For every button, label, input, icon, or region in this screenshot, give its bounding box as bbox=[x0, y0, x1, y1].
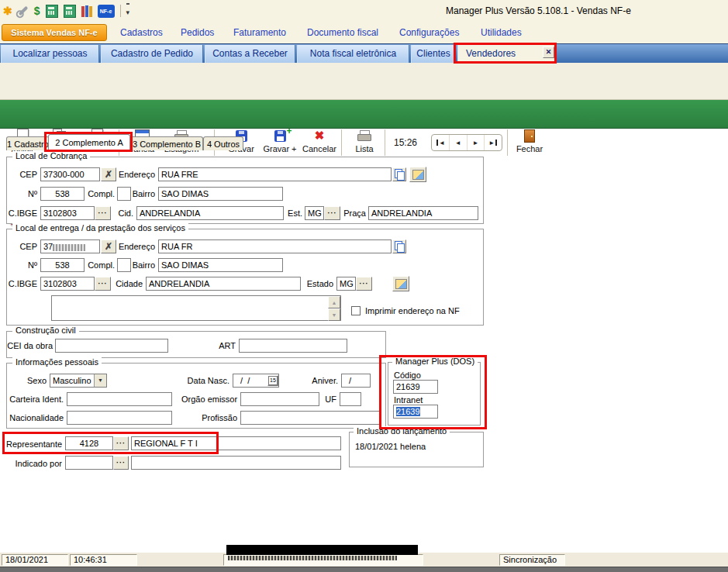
cidade-field[interactable]: ANDRELANDIA bbox=[136, 206, 284, 220]
scroll-down-icon[interactable]: ▼ bbox=[328, 308, 340, 321]
close-tab-icon[interactable]: ✕ bbox=[543, 47, 554, 58]
address-observation-textarea[interactable] bbox=[51, 295, 341, 321]
books-icon[interactable] bbox=[81, 4, 92, 18]
menu-documento-fiscal[interactable]: Documento fiscal bbox=[307, 27, 378, 38]
estado-field[interactable]: MG bbox=[336, 277, 356, 291]
complemento-field[interactable] bbox=[117, 258, 131, 272]
complemento-field[interactable] bbox=[117, 187, 131, 201]
dollar-icon[interactable]: $ bbox=[34, 4, 40, 18]
tab-clientes[interactable]: Clientes bbox=[411, 45, 456, 63]
complemento-label: Compl. bbox=[78, 188, 115, 200]
estado-lookup-button[interactable]: ··· bbox=[324, 206, 340, 220]
estado-lookup-button[interactable]: ··· bbox=[356, 277, 372, 291]
imprimir-endereco-checkbox[interactable] bbox=[351, 306, 361, 315]
carteira-ident-field[interactable] bbox=[67, 392, 172, 406]
cep-label: CEP bbox=[6, 168, 37, 181]
chevron-down-icon[interactable]: ▼ bbox=[94, 374, 106, 387]
map-picture-button[interactable] bbox=[409, 167, 426, 182]
map-picture-button[interactable] bbox=[392, 276, 409, 291]
cep-field[interactable]: 37 bbox=[40, 239, 100, 253]
cep-lookup-button[interactable]: ✗ bbox=[101, 167, 116, 181]
window-title: Manager Plus Versão 5.108.1 - Vendas NF-… bbox=[446, 5, 631, 16]
cidade-field[interactable]: ANDRELANDIA bbox=[146, 277, 301, 291]
nav-prev-button[interactable]: ◄ bbox=[450, 135, 468, 150]
nav-first-button[interactable]: ◄ bbox=[432, 135, 450, 150]
tab-vendedores[interactable]: Vendedores bbox=[457, 45, 557, 63]
menu-faturamento[interactable]: Faturamento bbox=[233, 27, 286, 38]
copy-address-button[interactable] bbox=[392, 239, 406, 253]
redacted-company-text bbox=[228, 556, 397, 560]
cibge-lookup-button[interactable]: ··· bbox=[95, 206, 111, 220]
record-navigator: ◄ ◄ ► ► bbox=[431, 134, 502, 151]
cancel-x-icon: ✖ bbox=[315, 128, 325, 143]
nacionalidade-field[interactable] bbox=[67, 411, 172, 425]
uf-field[interactable] bbox=[340, 392, 361, 406]
toolbar-separator bbox=[385, 129, 388, 156]
aniver-field[interactable]: / bbox=[341, 374, 371, 388]
copy-address-button[interactable] bbox=[392, 167, 406, 181]
orgao-emissor-field[interactable] bbox=[240, 392, 319, 406]
indicado-codigo-field[interactable] bbox=[65, 456, 113, 470]
cep-lookup-button[interactable]: ✗ bbox=[101, 239, 116, 253]
menu-utilidades[interactable]: Utilidades bbox=[481, 27, 522, 38]
nav-next-button[interactable]: ► bbox=[468, 135, 485, 150]
form-tab-complemento-b[interactable]: 3 Complemento B bbox=[130, 136, 203, 150]
fechar-button[interactable]: Fechar bbox=[512, 128, 547, 159]
praca-field[interactable]: ANDRELANDIA bbox=[368, 206, 478, 220]
cibge-field[interactable]: 3102803 bbox=[40, 277, 95, 291]
cei-da-obra-field[interactable] bbox=[55, 339, 168, 353]
endereco-field[interactable]: RUA FR bbox=[158, 239, 392, 253]
sexo-select[interactable]: Masculino▼ bbox=[50, 374, 107, 388]
endereco-field[interactable]: RUA FRE bbox=[158, 167, 392, 181]
representante-nome-field[interactable]: REGIONAL F T I bbox=[131, 436, 341, 450]
art-field[interactable] bbox=[239, 339, 347, 353]
lista-button[interactable]: Lista bbox=[347, 128, 381, 159]
intranet-field[interactable]: 21639 bbox=[393, 405, 438, 419]
indicado-nome-field[interactable] bbox=[131, 456, 341, 470]
cibge-field[interactable]: 3102803 bbox=[40, 206, 95, 220]
bairro-field[interactable]: SAO DIMAS bbox=[158, 187, 283, 201]
form-tab-cadastro[interactable]: 1 Cadastro bbox=[6, 136, 50, 150]
lista-label: Lista bbox=[355, 144, 373, 153]
representante-lookup-button[interactable]: ··· bbox=[113, 436, 129, 450]
indicado-lookup-button[interactable]: ··· bbox=[113, 456, 129, 470]
cep-lookup-icon: ✗ bbox=[105, 169, 112, 180]
tab-nota-fiscal-eletronica[interactable]: Nota fiscal eletrônica bbox=[297, 45, 409, 63]
sexo-label: Sexo bbox=[19, 374, 47, 387]
form-tab-outros[interactable]: 4 Outros bbox=[203, 136, 243, 150]
calendar-button[interactable]: 15 bbox=[267, 375, 278, 386]
aniver-label: Aniver. bbox=[309, 374, 338, 387]
wrench-icon[interactable] bbox=[18, 4, 29, 18]
system-menu-button[interactable]: Sistema Vendas NF-e bbox=[2, 24, 107, 41]
profissao-field[interactable] bbox=[240, 411, 380, 425]
cep-field[interactable]: 37300-000 bbox=[40, 167, 100, 181]
gravar-mais-button[interactable]: + Gravar + bbox=[260, 128, 299, 159]
praca-label: Praça bbox=[340, 207, 366, 219]
calculator2-icon[interactable] bbox=[64, 4, 76, 18]
representante-codigo-field[interactable]: 4128 bbox=[65, 436, 113, 450]
menu-pedidos[interactable]: Pedidos bbox=[181, 27, 214, 38]
menu-cadastros[interactable]: Cadastros bbox=[120, 27, 163, 38]
tab-cadastro-de-pedido[interactable]: Cadastro de Pedido bbox=[101, 45, 203, 63]
nav-last-button[interactable]: ► bbox=[485, 135, 502, 150]
tab-localizar-pessoas[interactable]: Localizar pessoas bbox=[1, 45, 99, 63]
toolbar-options-icon[interactable]: ▾ bbox=[126, 3, 130, 19]
picture-icon bbox=[412, 170, 424, 180]
estado-field[interactable]: MG bbox=[305, 206, 324, 220]
cancelar-button[interactable]: ✖ Cancelar bbox=[301, 128, 338, 159]
sparkle-icon[interactable]: ✱ bbox=[3, 4, 12, 18]
menu-configuracoes[interactable]: Configurações bbox=[399, 27, 459, 38]
nacionalidade-label: Nacionalidade bbox=[6, 412, 64, 424]
codigo-dos-field[interactable]: 21639 bbox=[393, 380, 438, 394]
scroll-up-icon[interactable]: ▲ bbox=[328, 296, 340, 308]
cibge-lookup-button[interactable]: ··· bbox=[95, 277, 111, 291]
calculator-icon[interactable] bbox=[46, 4, 58, 18]
form-tab-complemento-a[interactable]: 2 Complemento A bbox=[48, 134, 130, 150]
nfe-logo-icon[interactable]: NF-e bbox=[98, 5, 115, 18]
profissao-label: Profissão bbox=[198, 412, 237, 424]
bairro-label: Bairro bbox=[130, 259, 155, 271]
tab-contas-a-receber[interactable]: Contas a Receber bbox=[205, 45, 295, 63]
numero-label: Nº bbox=[6, 188, 37, 200]
redacted-cep bbox=[53, 244, 85, 251]
bairro-field[interactable]: SAO DIMAS bbox=[158, 258, 283, 272]
